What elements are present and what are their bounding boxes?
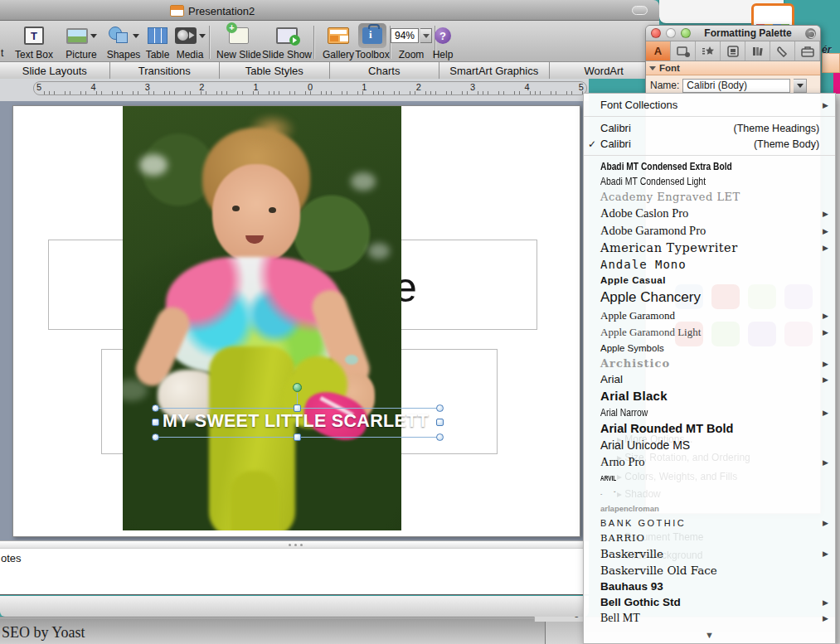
font-menu-item[interactable]: arlapenclroman ▶ xyxy=(584,501,835,516)
new-slide-button[interactable]: New Slide xyxy=(214,23,264,61)
font-menu-item[interactable]: Abadi MT Condensed Light ▶ xyxy=(584,174,835,189)
font-menu-item[interactable]: Calibri (Theme Headings) ▶ xyxy=(584,120,835,136)
gallery-tab[interactable]: SmartArt Graphics xyxy=(439,62,550,79)
font-menu-item[interactable]: Arial ▶ xyxy=(584,371,835,387)
font-menu-item[interactable]: Andale Mono ▶ xyxy=(584,256,835,273)
font-menu-item[interactable]: Apple Garamond ▶ xyxy=(584,307,835,324)
font-menu-item[interactable]: BANK GOTHIC ▶ xyxy=(584,516,835,530)
font-name-label: Apple Garamond xyxy=(600,309,675,322)
gallery-tab[interactable]: Charts xyxy=(330,62,440,79)
submenu-arrow-icon: ▶ xyxy=(823,519,828,527)
font-menu-item[interactable]: Font Collections ▶ xyxy=(584,97,835,113)
font-menu-item[interactable]: Apple Chancery ▶ xyxy=(584,288,835,307)
submenu-arrow-icon: ▶ xyxy=(823,328,828,337)
font-name-label: Arial Rounded MT Bold xyxy=(600,422,733,435)
add-objects-tab[interactable] xyxy=(671,41,696,61)
toddler-photo[interactable] xyxy=(123,106,401,530)
selection-handle[interactable] xyxy=(152,433,159,441)
slide-show-button[interactable]: Slide Show xyxy=(261,23,313,61)
powerpoint-titlebar[interactable] xyxy=(0,0,659,21)
selection-handle[interactable] xyxy=(436,433,444,441)
gallery-tab[interactable]: Transitions xyxy=(110,62,221,79)
font-menu-item[interactable]: ▶ xyxy=(584,116,835,117)
selection-handle[interactable] xyxy=(294,404,301,412)
gallery-tab[interactable]: Slide Layouts xyxy=(0,62,110,79)
media-icon xyxy=(175,27,197,44)
palette-icon-row: A xyxy=(646,41,820,61)
menu-scroll-down-indicator[interactable]: ▼ xyxy=(584,630,835,640)
font-name-dropdown-button[interactable] xyxy=(794,79,807,93)
text-box-icon: T xyxy=(24,27,44,45)
close-button[interactable] xyxy=(651,28,661,38)
rotation-handle[interactable] xyxy=(293,383,302,392)
font-menu-item[interactable]: Arial Unicode MS ▶ xyxy=(584,437,835,453)
slide-textbox-text[interactable]: MY SWEET LITTLE SCARLETT xyxy=(155,411,440,432)
font-menu-item[interactable]: Baskerville Old Face ▶ xyxy=(584,562,835,579)
scrapbook-tab[interactable] xyxy=(721,41,745,61)
photo-detail xyxy=(345,355,358,365)
font-menu-item[interactable]: Bell Gothic Std ▶ xyxy=(584,594,835,610)
zoom-window-button[interactable] xyxy=(681,28,691,38)
font-menu-item[interactable]: Academy Engraved LET ▶ xyxy=(584,189,835,205)
font-menu-item[interactable]: Arno Pro ▶ xyxy=(584,453,835,471)
toolbar-clipped-label: t xyxy=(1,47,3,59)
font-menu-item[interactable]: Arial Black ▶ xyxy=(584,387,835,404)
gallery-icon xyxy=(328,27,349,44)
font-menu-item[interactable]: Arial Rounded MT Bold ▶ xyxy=(584,420,835,437)
selection-handle[interactable] xyxy=(294,433,301,441)
font-menu-item[interactable]: Apple Garamond Light ▶ xyxy=(584,324,835,341)
selection-handle[interactable] xyxy=(152,404,159,412)
quick-styles-tab[interactable] xyxy=(696,41,721,61)
gallery-tab[interactable]: WordArt xyxy=(550,62,660,79)
font-menu-item[interactable]: Bell MT ▶ xyxy=(584,610,835,627)
project-palette-tab[interactable] xyxy=(795,41,820,61)
font-menu-item[interactable]: Apple Symbols ▶ xyxy=(584,341,835,356)
font-menu-item[interactable]: Adobe Garamond Pro ▶ xyxy=(584,222,835,240)
help-button[interactable]: ? Help xyxy=(425,23,461,61)
font-menu-item[interactable]: BARRIO ▶ xyxy=(584,530,835,545)
font-menu-item[interactable]: Baskerville ▶ xyxy=(584,545,835,562)
notes-pane[interactable]: otes xyxy=(0,549,589,595)
compatibility-tab[interactable] xyxy=(770,41,795,61)
pane-splitter[interactable] xyxy=(0,540,589,549)
palette-collapse-button[interactable] xyxy=(805,28,816,39)
selection-handle[interactable] xyxy=(152,419,159,426)
font-menu-item[interactable]: - ˘ ▶ xyxy=(584,486,835,501)
font-menu-item[interactable]: Adobe Caslon Pro ▶ xyxy=(584,205,835,222)
font-menu-item[interactable]: Bauhaus 93 ▶ xyxy=(584,579,835,594)
font-menu-item[interactable]: Abadi MT Condensed Extra Bold ▶ xyxy=(584,159,835,174)
font-menu-item[interactable]: ARVIL ▶ xyxy=(584,471,835,486)
font-section-header[interactable]: Font xyxy=(646,61,820,75)
text-box-button[interactable]: T Text Box xyxy=(10,23,58,61)
font-name-label: Andale Mono xyxy=(600,258,687,271)
font-list: Font Collections ▶ ▶ Calibri (Theme Head… xyxy=(584,94,835,627)
font-name-label: Archistico xyxy=(600,357,670,370)
font-menu-item[interactable]: Apple Casual ▶ xyxy=(584,273,835,288)
background-peach-element xyxy=(822,53,840,73)
font-menu-item[interactable]: ✓ Calibri (Theme Body) ▶ xyxy=(584,136,835,152)
ruler-numbers: 54321012345 xyxy=(33,81,587,95)
gallery-tab[interactable]: Table Styles xyxy=(220,62,330,79)
font-menu-item[interactable]: Arial Narrow ▶ xyxy=(584,404,835,420)
font-name-field[interactable]: Calibri (Body) xyxy=(682,79,790,93)
format-text-tab[interactable]: A xyxy=(646,41,671,61)
zoom-value-field[interactable]: 94% xyxy=(391,28,419,43)
palette-titlebar[interactable]: Formatting Palette xyxy=(646,26,820,41)
font-name-label: Arial Narrow xyxy=(600,406,648,419)
selection-handle[interactable] xyxy=(436,419,444,426)
submenu-arrow-icon: ▶ xyxy=(823,101,828,109)
reference-tab[interactable] xyxy=(745,41,770,61)
font-name-label: Abadi MT Condensed Light xyxy=(600,176,706,187)
picture-button[interactable]: Picture xyxy=(60,23,103,61)
media-button[interactable]: Media xyxy=(169,23,211,61)
help-icon: ? xyxy=(435,27,451,44)
minimize-button[interactable] xyxy=(666,28,676,38)
font-menu-item[interactable]: Archistico ▶ xyxy=(584,356,835,371)
toolbar-separator xyxy=(209,26,210,59)
font-menu-item[interactable]: American Typewriter ▶ xyxy=(584,240,835,256)
font-menu-item[interactable]: ▶ xyxy=(584,155,835,156)
photo-detail xyxy=(139,154,168,176)
selection-handle[interactable] xyxy=(436,404,444,412)
toolbar-toggle-pill[interactable] xyxy=(632,6,648,15)
submenu-arrow-icon: ▶ xyxy=(823,227,828,235)
